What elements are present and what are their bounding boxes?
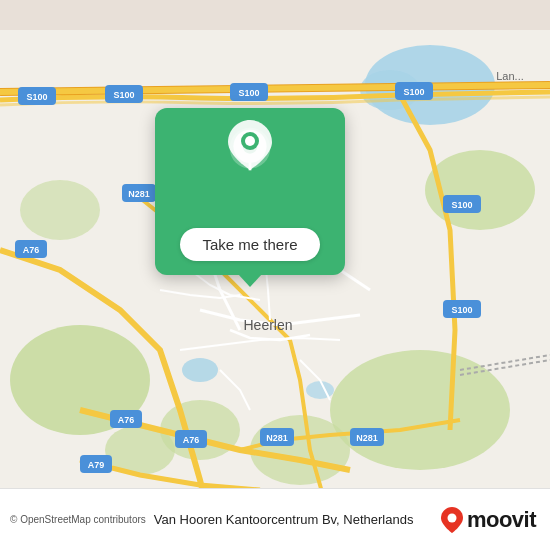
map-pin-icon <box>228 120 272 170</box>
svg-point-11 <box>306 381 334 399</box>
svg-point-3 <box>250 415 350 485</box>
svg-text:S100: S100 <box>113 90 134 100</box>
map-container: S100 S100 S100 S100 S100 S100 A76 A76 A7… <box>0 0 550 550</box>
svg-point-6 <box>20 180 100 240</box>
moovit-pin-icon <box>441 507 463 533</box>
svg-text:Lan...: Lan... <box>496 70 524 82</box>
moovit-logo: moovit <box>441 507 536 533</box>
svg-text:A76: A76 <box>183 435 200 445</box>
svg-text:S100: S100 <box>451 200 472 210</box>
svg-text:A76: A76 <box>23 245 40 255</box>
svg-point-10 <box>182 358 218 382</box>
svg-text:Heerlen: Heerlen <box>243 317 292 333</box>
copyright-text: © OpenStreetMap contributors <box>10 514 146 525</box>
map-background: S100 S100 S100 S100 S100 S100 A76 A76 A7… <box>0 0 550 550</box>
location-popup: Take me there <box>155 108 345 275</box>
svg-text:A79: A79 <box>88 460 105 470</box>
take-me-there-button[interactable]: Take me there <box>180 228 319 261</box>
svg-text:N281: N281 <box>356 433 378 443</box>
svg-text:S100: S100 <box>403 87 424 97</box>
svg-point-44 <box>245 136 255 146</box>
svg-text:S100: S100 <box>451 305 472 315</box>
svg-point-2 <box>330 350 510 470</box>
svg-text:S100: S100 <box>238 88 259 98</box>
svg-text:A76: A76 <box>118 415 135 425</box>
svg-text:N281: N281 <box>266 433 288 443</box>
svg-text:N281: N281 <box>128 189 150 199</box>
location-name-text: Van Hooren Kantoorcentrum Bv, Netherland… <box>154 512 441 527</box>
svg-point-45 <box>447 513 456 522</box>
moovit-text: moovit <box>467 507 536 533</box>
bottom-bar: © OpenStreetMap contributors Van Hooren … <box>0 488 550 550</box>
svg-text:S100: S100 <box>26 92 47 102</box>
